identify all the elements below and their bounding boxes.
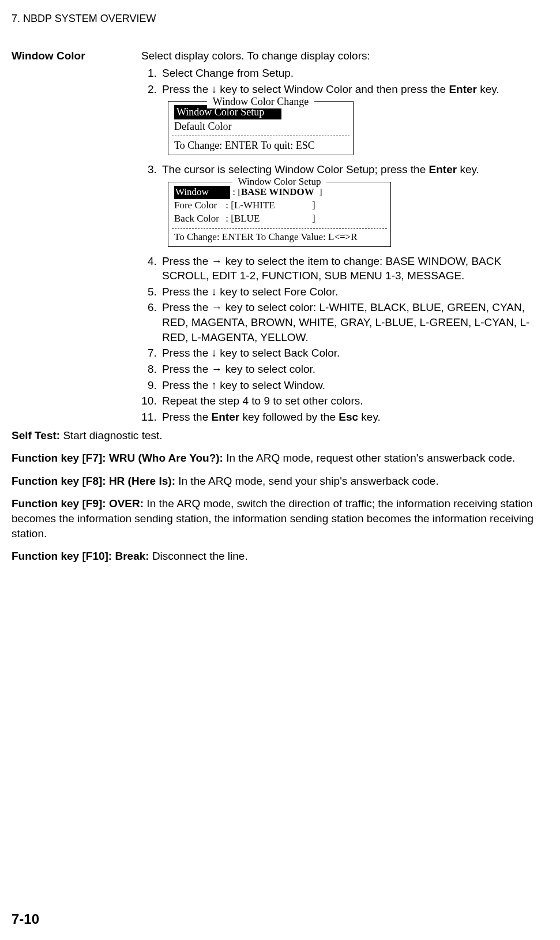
menu-item-default-color: Default Color [174,119,347,133]
step-6: Press the → key to select color: L-WHITE… [160,300,543,344]
step-3: The cursor is selecting Window Color Set… [160,162,543,252]
row-back-color: Back Color : [BLUE] [174,212,385,226]
step-5: Press the ↓ key to select Fore Color. [160,284,543,299]
dialog-window-color-setup: Window Color Setup Window : [BASE WINDOW… [168,182,391,247]
dialog-hint: To Change: ENTER To Change Value: L<=>R [174,231,385,244]
row-fore-color: Fore Color : [L-WHITE] [174,199,385,212]
step-7: Press the ↓ key to select Back Color. [160,346,543,361]
dialog-hint: To Change: ENTER To quit: ESC [174,138,347,152]
intro-text: Select display colors. To change display… [141,48,543,63]
step-2: Press the ↓ key to select Window Color a… [160,82,543,162]
step-4: Press the → key to select the item to ch… [160,254,543,283]
step-11: Press the Enter key followed by the Esc … [160,410,543,425]
dialog-title: Window Color Setup [232,175,327,189]
f10-paragraph: Function key [F10]: Break: Disconnect th… [12,549,543,564]
step-8: Press the → key to select color. [160,362,543,377]
section-label-window-color: Window Color [12,48,141,425]
page-header: 7. NBDP SYSTEM OVERVIEW [12,12,543,25]
step-10: Repeat the step 4 to 9 to set other colo… [160,394,543,409]
dialog-title: Window Color Change [207,95,314,108]
f7-paragraph: Function key [F7]: WRU (Who Are You?): I… [12,451,543,466]
step-9: Press the ↑ key to select Window. [160,378,543,393]
f9-paragraph: Function key [F9]: OVER: In the ARQ mode… [12,496,543,541]
dialog-window-color-change: Window Color Change Window Color Setup D… [168,101,354,155]
self-test-line: Self Test: Start diagnostic test. [12,428,543,443]
step-1: Select Change from Setup. [160,66,543,81]
f8-paragraph: Function key [F8]: HR (Here Is): In the … [12,474,543,489]
